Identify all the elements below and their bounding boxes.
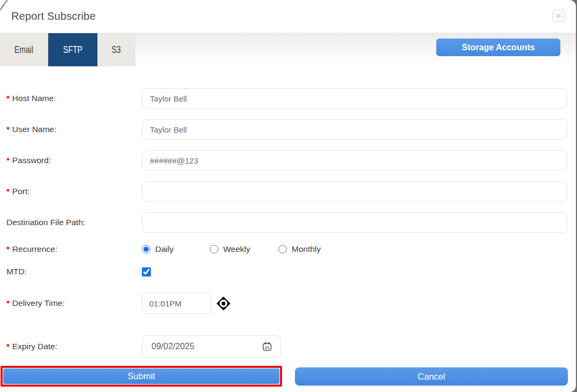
port-input[interactable] [142,181,567,202]
required-asterisk: * [6,298,10,308]
required-asterisk: * [6,94,10,103]
delivery-time-input[interactable] [142,293,211,314]
expiry-date-input[interactable] [142,335,281,358]
required-asterisk: * [6,244,10,253]
recurrence-option-monthly: Monthly [278,244,321,254]
host-name-label: * Host Name: [0,94,142,103]
expiry-date-label: * Expiry Date: [0,342,142,351]
tab-sftp-label: SFTP [63,44,82,56]
destination-file-path-input[interactable] [142,212,567,233]
expiry-date-row: * Expiry Date: [0,335,567,358]
recurrence-radio-daily[interactable] [142,245,150,253]
calendar-icon [262,341,272,352]
tab-s3[interactable]: S3 [97,33,135,66]
time-picker-button[interactable] [216,296,231,311]
close-button[interactable]: ✕ [552,10,565,22]
tab-email-label: Email [14,44,33,56]
recurrence-option-weekly: Weekly [210,244,278,254]
required-asterisk: * [6,156,10,165]
report-subscribe-modal: Report Subscribe ✕ Email SFTP S3 Storage… [0,0,576,392]
recurrence-row: * Recurrence: Daily Weekly Monthly [0,244,567,255]
sftp-form: * Host Name: * User Name: * Password: * … [0,66,567,358]
mtd-label: MTD: [0,267,142,276]
destination-file-path-label: Destination File Path: [0,218,142,227]
required-asterisk: * [6,125,10,134]
delivery-time-label: * Delivery Time: [0,298,142,308]
calendar-button[interactable] [262,341,272,352]
time-picker-icon [216,296,231,311]
recurrence-radio-weekly[interactable] [210,245,218,253]
user-name-input[interactable] [142,119,567,140]
recurrence-option-daily: Daily [142,244,210,254]
page-title: Report Subscribe [11,10,96,22]
mtd-checkbox[interactable] [142,267,151,276]
mtd-row: MTD: [0,267,567,276]
password-row: * Password: [0,150,567,171]
tab-email[interactable]: Email [0,33,48,66]
recurrence-monthly-label[interactable]: Monthly [292,244,321,254]
user-name-row: * User Name: [0,119,567,140]
tab-s3-label: S3 [112,44,121,56]
tab-strip: Email SFTP S3 Storage Accounts [0,33,576,66]
user-name-label: * User Name: [0,125,142,134]
destination-file-path-row: Destination File Path: [0,212,567,233]
required-asterisk: * [6,342,10,351]
host-name-row: * Host Name: [0,88,567,109]
password-label: * Password: [0,156,142,165]
submit-button[interactable]: Submit [3,368,279,384]
port-label: * Port: [0,187,142,196]
required-asterisk: * [6,187,10,196]
recurrence-daily-label[interactable]: Daily [155,244,173,254]
recurrence-weekly-label[interactable]: Weekly [223,244,250,254]
recurrence-radio-group: Daily Weekly Monthly [142,244,321,254]
password-input[interactable] [142,150,567,171]
storage-accounts-button[interactable]: Storage Accounts [436,39,560,56]
modal-header: Report Subscribe ✕ [0,0,576,33]
modal-footer: Submit Cancel [0,365,576,392]
expiry-date-field [142,335,281,358]
port-row: * Port: [0,181,567,202]
tab-sftp[interactable]: SFTP [48,33,97,66]
close-icon: ✕ [556,12,562,20]
recurrence-label: * Recurrence: [0,244,142,254]
recurrence-radio-monthly[interactable] [278,245,287,253]
cancel-button[interactable]: Cancel [295,367,568,386]
host-name-input[interactable] [142,88,567,109]
submit-highlight-box: Submit [1,366,282,387]
delivery-time-row: * Delivery Time: [0,293,567,314]
